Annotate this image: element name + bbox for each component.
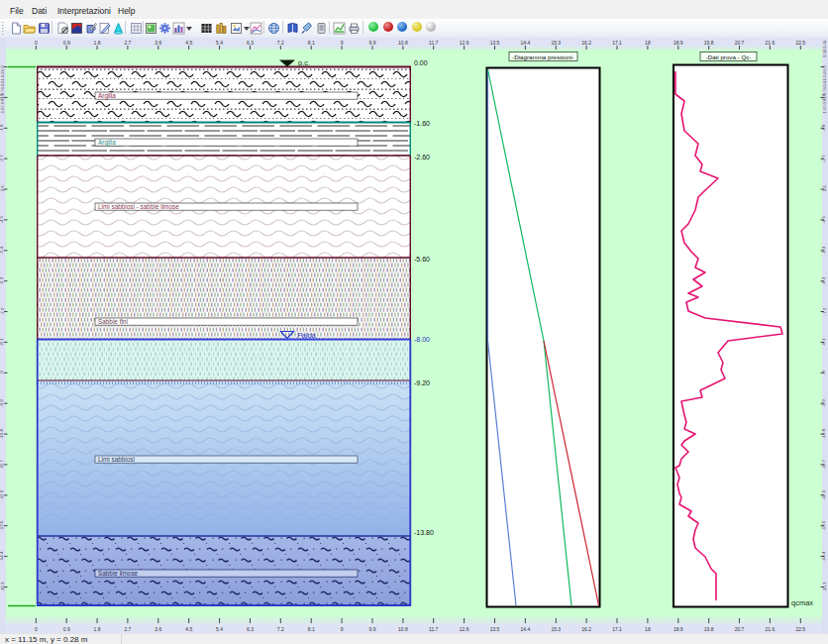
svg-text:7.2: 7.2 [277,626,284,632]
svg-text:18: 18 [645,40,651,46]
svg-text:-1.8: -1.8 [822,124,827,132]
svg-text:8.1: 8.1 [308,40,315,46]
svg-text:-0.91: -0.91 [0,96,5,106]
svg-text:13.5: 13.5 [490,626,500,632]
svg-text:-6.3: -6.3 [822,276,827,284]
svg-text:22.5: 22.5 [795,626,805,632]
svg-text:-10.8: -10.8 [0,429,5,440]
svg-text:qcmax: qcmax [791,598,813,607]
svg-text:-1.07: -1.07 [822,105,827,115]
svg-text:14.4: 14.4 [521,40,531,46]
svg-text:-13.5: -13.5 [0,520,5,531]
svg-text:-13.80: -13.80 [414,529,434,536]
svg-text:-4.5: -4.5 [0,216,5,224]
svg-text:22.5: 22.5 [795,40,805,46]
svg-text:12.6: 12.6 [460,40,469,46]
svg-text:-14.4: -14.4 [0,551,5,562]
svg-text:10.8: 10.8 [398,626,408,632]
svg-text:5.4: 5.4 [216,626,223,632]
svg-text:18.9: 18.9 [673,40,683,46]
svg-text:Limi sabbiosi - sabbie limose: Limi sabbiosi - sabbie limose [98,203,179,210]
svg-text:-8.1: -8.1 [0,338,5,346]
svg-text:19.8: 19.8 [704,626,714,632]
svg-text:-0.61: -0.61 [822,78,827,88]
svg-text:Sabbie fini: Sabbie fini [98,318,128,325]
svg-text:Falda: Falda [297,331,317,340]
svg-text:Argilla: Argilla [98,139,116,147]
svg-text:9.9: 9.9 [369,40,376,46]
svg-text:-10.8: -10.8 [822,429,827,440]
svg-text:20.7: 20.7 [735,626,745,632]
svg-text:2.7: 2.7 [124,40,131,46]
svg-text:-13.5: -13.5 [822,520,827,531]
svg-text:16.2: 16.2 [581,626,591,632]
svg-text:-14.4: -14.4 [822,551,827,562]
svg-text:-5.4: -5.4 [822,246,827,254]
svg-text:Argilla: Argilla [98,92,116,100]
svg-text:8.1: 8.1 [308,626,315,632]
svg-text:6.3: 6.3 [247,626,254,632]
svg-text:15.3: 15.3 [551,626,561,632]
svg-text:4.5: 4.5 [185,40,192,46]
svg-text:0.9: 0.9 [63,626,70,632]
svg-text:-3.6: -3.6 [0,185,5,193]
svg-text:0: 0 [35,626,38,632]
svg-text:17.1: 17.1 [612,40,622,46]
svg-text:-9.20: -9.20 [414,379,430,386]
svg-text:0.00: 0.00 [414,59,428,66]
svg-text:0: 0 [35,40,38,46]
svg-text:17.1: 17.1 [612,626,622,632]
svg-text:-8.1: -8.1 [822,338,827,346]
svg-text:-3.6: -3.6 [822,185,827,193]
svg-text:-8.00: -8.00 [414,336,430,343]
svg-text:20.7: 20.7 [735,40,745,46]
svg-text:-9: -9 [822,371,827,375]
svg-text:-4.5: -4.5 [822,216,827,224]
svg-text:10.8: 10.8 [398,40,408,46]
svg-text:3.6: 3.6 [155,40,161,46]
svg-text:19.8: 19.8 [704,40,714,46]
svg-text:9: 9 [341,626,344,632]
svg-text:13.5: 13.5 [490,40,500,46]
svg-text:-12.6: -12.6 [822,489,827,500]
svg-text:-9: -9 [0,371,5,375]
svg-text:9: 9 [341,40,344,46]
svg-text:5.4: 5.4 [216,40,223,46]
svg-text:-0.76: -0.76 [0,87,5,97]
svg-text:-15.3: -15.3 [822,582,827,592]
svg-text:-9.9: -9.9 [0,399,5,407]
svg-text:3.6: 3.6 [155,626,161,632]
svg-text:-5.4: -5.4 [0,246,5,254]
svg-text:0.9: 0.9 [63,40,70,46]
svg-text:-0.46: -0.46 [0,69,5,79]
svg-text:-0.61: -0.61 [0,78,5,88]
svg-text:1.8: 1.8 [94,40,101,46]
svg-text:-0.76: -0.76 [822,87,827,97]
svg-text:-9.9: -9.9 [822,399,827,407]
svg-text:21.6: 21.6 [766,40,776,46]
svg-text:11.7: 11.7 [429,626,439,632]
svg-text:-0.91: -0.91 [822,96,827,106]
svg-text:-7.2: -7.2 [822,307,827,315]
svg-text:-15.3: -15.3 [0,582,5,592]
svg-text:-7.2: -7.2 [0,307,5,315]
svg-text:14.4: 14.4 [521,626,531,632]
svg-text:Sabbie limose: Sabbie limose [98,570,139,577]
svg-text:-Dati prova - Qc-: -Dati prova - Qc- [706,54,752,60]
svg-text:2.7: 2.7 [124,626,131,632]
svg-text:-11.7: -11.7 [822,460,827,470]
svg-text:11.7: 11.7 [429,40,439,46]
svg-text:-2.7: -2.7 [822,155,827,162]
svg-text:6.3: 6.3 [247,40,254,46]
svg-text:Limi sabbiosi: Limi sabbiosi [98,456,135,463]
svg-text:7.2: 7.2 [277,40,284,46]
svg-text:-0.46: -0.46 [822,69,827,79]
svg-text:-1.8: -1.8 [0,124,5,132]
svg-text:-2.7: -2.7 [0,155,5,162]
svg-text:-Diagramma pressioni-: -Diagramma pressioni- [512,54,574,60]
svg-text:0.46: 0.46 [822,40,827,49]
svg-text:18: 18 [645,626,651,632]
svg-text:p.c.: p.c. [298,58,310,67]
svg-text:1.8: 1.8 [94,626,101,632]
svg-text:4.5: 4.5 [185,626,192,632]
